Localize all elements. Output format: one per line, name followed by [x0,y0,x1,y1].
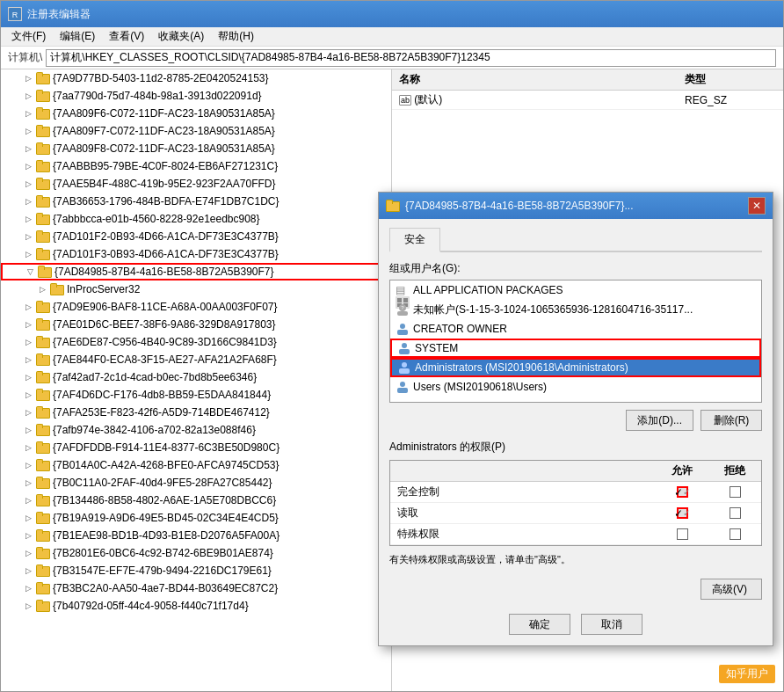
perms-deny-cell[interactable] [708,526,761,543]
folder-icon [36,107,50,120]
tree-item[interactable]: ▷ InProcServer32 [1,280,391,298]
deny-checkbox[interactable] [730,486,741,498]
tree-item[interactable]: ▷ {7AAE5B4F-488C-419b-95E2-923F2AA70FFD} [1,175,391,193]
tree-item[interactable]: ▷ {7AFDFDDB-F914-11E4-8377-6C3BE50D980C} [1,439,391,456]
tree-item-label: {7abbbcca-e01b-4560-8228-92e1eedbc908} [53,213,260,225]
menu-edit[interactable]: 编辑(E) [53,27,102,46]
tree-item[interactable]: ▷ {7AABBB95-79BE-4C0F-8024-EB6AF271231C} [1,157,391,175]
perms-allow-cell[interactable] [656,526,708,543]
menu-file[interactable]: 文件(F) [4,27,53,46]
advanced-button[interactable]: 高级(V) [701,579,762,600]
svg-rect-17 [397,388,408,393]
tree-item[interactable]: ▷ {7b40792d-05ff-44c4-9058-f440c71f17d4} [1,597,391,615]
tree-item[interactable]: ▷ {7AFA253E-F823-42f6-A5D9-714BDE467412} [1,404,391,421]
menu-view[interactable]: 查看(V) [102,27,151,46]
perms-row-name: 特殊权限 [390,524,656,544]
packages-icon [396,284,410,296]
tree-item[interactable]: ▷ {7A9D77BD-5403-11d2-8785-2E0420524153} [1,69,391,87]
tab-security[interactable]: 安全 [389,228,440,252]
tree-item[interactable]: ▷ {7AE01D6C-BEE7-38F6-9A86-329D8A917803} [1,316,391,333]
tree-item[interactable]: ▷ {7abbbcca-e01b-4560-8228-92e1eedbc908} [1,210,391,228]
tree-item[interactable]: ▷ {7AD101F3-0B93-4D66-A1CA-DF73E3C4377B} [1,245,391,263]
tree-item-label: {7af42ad7-2c1d-4cad-b0ec-7bd8b5ee6346} [53,371,257,383]
folder-icon [36,72,50,84]
folder-icon [36,477,50,489]
registry-value-row[interactable]: ab (默认) REG_SZ [392,91,783,110]
tree-item[interactable]: ▷ {7B3BC2A0-AA50-4ae7-BD44-B03649EC87C2} [1,579,391,597]
svg-rect-15 [399,368,410,374]
perms-deny-cell[interactable] [708,505,761,521]
folder-icon [36,213,50,225]
tree-item[interactable]: ▷ {7AA809F6-C072-11DF-AC23-18A90531A85A} [1,105,391,122]
perms-allow-cell[interactable]: ✓ [656,484,708,500]
tree-item[interactable]: ▷ {7B1EAE98-BD1B-4D93-B1E8-D2076A5FA00A} [1,527,391,544]
tree-item[interactable]: ▷ {7AE6DE87-C956-4B40-9C89-3D166C9841D3} [1,333,391,351]
folder-icon [36,406,50,419]
expand-icon: ▷ [22,230,34,243]
tree-item[interactable]: ▷ {7B014A0C-A42A-4268-BFE0-AFCA9745CD53} [1,456,391,474]
tree-item[interactable]: ▷ {7AB36653-1796-484B-BDFA-E74F1DB7C1DC} [1,193,391,210]
tree-item-selected[interactable]: ▽ {7AD84985-87B4-4a16-BE58-8B72A5B390F7} [1,263,391,280]
group-list-item[interactable]: ? 未知帐户(S-1-15-3-1024-1065365936-12816047… [390,300,761,319]
svg-point-14 [402,362,407,368]
expand-icon: ▷ [22,547,34,559]
perms-label: Administrators 的权限(P) [389,440,762,455]
right-header: 名称 类型 [392,69,783,91]
tree-item-label: {7B31547E-EF7E-479b-9494-2216DC179E61} [53,565,272,577]
perms-allow-cell[interactable]: ✓ [656,505,708,521]
cancel-button[interactable]: 取消 [581,614,642,635]
tree-item[interactable]: ▷ {7B134486-8B58-4802-A6AE-1A5E708DBCC6} [1,492,391,509]
deny-checkbox[interactable] [730,528,741,540]
dialog-folder-icon [386,200,400,212]
tree-item[interactable]: ▷ {7B0C11A0-2FAF-40d4-9FE5-28FA27C85442} [1,474,391,492]
allow-checkbox[interactable]: ✓ [677,486,688,498]
allow-checkbox[interactable]: ✓ [677,507,688,519]
group-list-item-users[interactable]: Users (MSI20190618\Users) [390,377,761,397]
perms-row-name: 完全控制 [390,482,656,502]
tree-item[interactable]: ▷ {7B2801E6-0BC6-4c92-B742-6BE9B01AE874} [1,544,391,562]
tree-item-label: {7AA809F8-C072-11DF-AC23-18A90531A85A} [53,142,275,155]
add-button[interactable]: 添加(D)... [626,410,693,431]
expand-icon: ▷ [22,441,34,454]
folder-icon [36,565,50,577]
person-icon [396,323,410,335]
menu-favorites[interactable]: 收藏夹(A) [151,27,211,46]
expand-icon: ▷ [22,406,34,419]
tree-item[interactable]: ▷ {7afb974e-3842-4106-a702-82a13e088f46} [1,421,391,439]
menu-help[interactable]: 帮助(H) [211,27,261,46]
tree-item[interactable]: ▷ {7AD101F2-0B93-4D66-A1CA-DF73E3C4377B} [1,228,391,245]
group-list-item-administrators[interactable]: Administrators (MSI20190618\Administrato… [390,358,761,377]
tree-item[interactable]: ▷ {7B31547E-EF7E-479b-9494-2216DC179E61} [1,562,391,579]
remove-button[interactable]: 删除(R) [701,410,762,431]
svg-text:R: R [12,11,18,19]
group-list-item[interactable]: ALL APPLICATION PACKAGES [390,280,761,300]
add-remove-buttons: 添加(D)... 删除(R) [389,410,762,431]
tree-item[interactable]: ▷ {7AE844F0-ECA8-3F15-AE27-AFA21A2FA68F} [1,351,391,368]
folder-icon [36,389,50,401]
tree-item[interactable]: ▷ {7AA809F8-C072-11DF-AC23-18A90531A85A} [1,140,391,157]
tree-item[interactable]: ▷ {7af42ad7-2c1d-4cad-b0ec-7bd8b5ee6346} [1,368,391,386]
tree-item[interactable]: ▷ {7AA809F7-C072-11DF-AC23-18A90531A85A} [1,122,391,140]
group-list[interactable]: ALL APPLICATION PACKAGES ? 未知帐户(S-1-15-3… [389,280,762,403]
deny-checkbox[interactable] [730,507,741,519]
folder-icon [36,371,50,383]
tree-item[interactable]: ▷ {7AF4D6DC-F176-4db8-BB59-E5DAA841844} [1,386,391,404]
address-input[interactable]: 计算机\HKEY_CLASSES_ROOT\CLSID\{7AD84985-87… [46,49,776,67]
expand-icon: ▷ [22,142,34,155]
dialog-title-left: {7AD84985-87B4-4a16-BE58-8B72A5B390F7}..… [386,200,634,212]
dialog-close-button[interactable]: ✕ [748,197,766,215]
perms-deny-cell[interactable] [708,484,761,500]
tree-item[interactable]: ▷ {7AD9E906-BAF8-11CE-A68A-00AA003F0F07} [1,298,391,316]
tree-panel[interactable]: ▷ {7A9D77BD-5403-11d2-8785-2E0420524153}… [1,69,392,691]
tree-item[interactable]: ▷ {7B19A919-A9D6-49E5-BD45-02C34E4E4CD5} [1,509,391,527]
folder-icon [36,90,50,102]
group-list-item-creator-owner[interactable]: CREATOR OWNER [390,319,761,339]
expand-icon: ▷ [22,90,34,102]
svg-point-12 [402,343,407,348]
group-list-item-system[interactable]: SYSTEM [390,339,761,358]
ok-button[interactable]: 确定 [509,614,570,635]
tree-item-label: {7AE01D6C-BEE7-38F6-9A86-329D8A917803} [53,318,276,331]
svg-rect-3 [397,298,402,302]
tree-item[interactable]: ▷ {7aa7790d-75d7-484b-98a1-3913d022091d} [1,87,391,105]
allow-checkbox[interactable] [677,528,688,540]
